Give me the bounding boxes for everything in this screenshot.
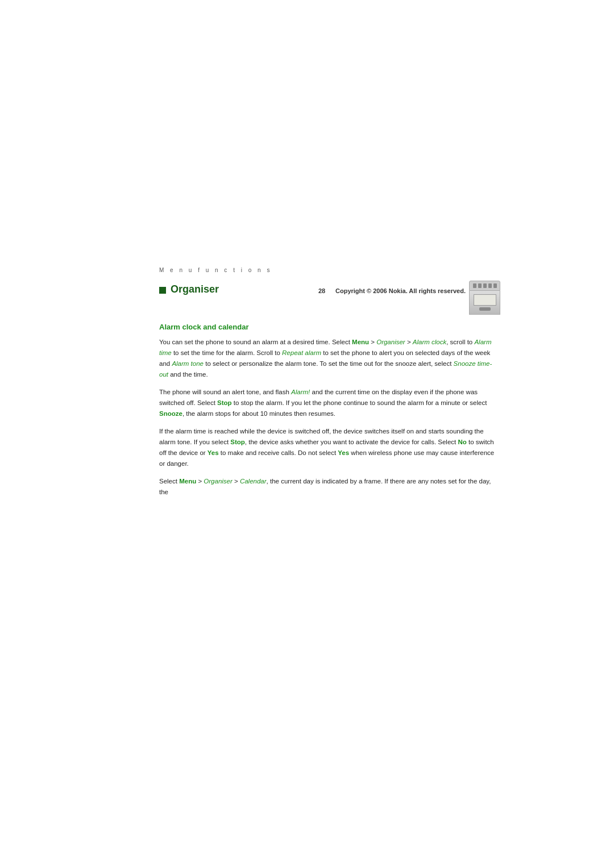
calendar-ref: Calendar <box>240 478 267 485</box>
paragraph-3: If the alarm time is reached while the d… <box>159 426 500 469</box>
organiser-heading: Organiser <box>171 283 219 295</box>
yes-ref-2: Yes <box>338 449 349 456</box>
stop-ref-2: Stop <box>230 439 245 445</box>
page: M e n u f u n c t i o n s Organiser <box>0 0 614 868</box>
repeat-alarm-ref: Repeat alarm <box>282 349 321 356</box>
alarm-flash-ref: Alarm! <box>291 389 310 395</box>
device-screen <box>474 294 496 306</box>
device-button <box>479 307 491 311</box>
paragraph-4: Select Menu > Organiser > Calendar, the … <box>159 476 500 498</box>
alarm-tone-ref: Alarm tone <box>172 360 204 367</box>
organiser-ref-2: Organiser <box>204 478 233 485</box>
paragraph-1: You can set the phone to sound an alarm … <box>159 337 500 380</box>
menu-ref-1: Menu <box>352 339 369 345</box>
device-illustration <box>469 281 500 315</box>
device-body <box>469 291 500 315</box>
alarm-clock-ref: Alarm clock <box>413 339 446 345</box>
content-area: M e n u f u n c t i o n s Organiser <box>159 267 500 504</box>
snooze-timeout-ref: Snooze time-out <box>159 360 492 378</box>
copyright-text: Copyright © 2006 Nokia. All rights reser… <box>335 287 466 294</box>
page-number: 28 <box>318 287 335 294</box>
yes-ref-1: Yes <box>208 449 219 456</box>
subsection-title: Alarm clock and calendar <box>159 323 500 331</box>
organiser-ref-1: Organiser <box>376 339 405 345</box>
menu-ref-2: Menu <box>179 478 196 485</box>
section-title: Organiser <box>159 283 219 295</box>
no-ref: No <box>458 439 466 445</box>
footer: 28 Copyright © 2006 Nokia. All rights re… <box>318 287 614 294</box>
section-label: M e n u f u n c t i o n s <box>159 267 500 273</box>
stop-ref-1: Stop <box>217 399 232 406</box>
snooze-ref: Snooze <box>159 410 182 417</box>
paragraph-2: The phone will sound an alert tone, and … <box>159 387 500 419</box>
title-square-icon <box>159 287 166 294</box>
